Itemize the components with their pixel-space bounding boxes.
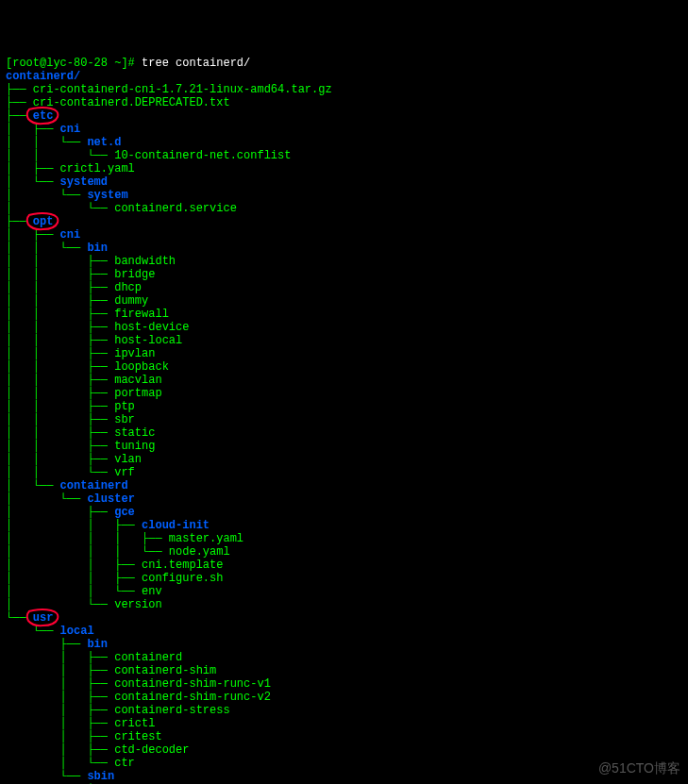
tree-file: ctr <box>114 757 135 770</box>
tree-file: host-local <box>114 334 182 347</box>
tree-dir: bin <box>87 242 108 255</box>
tree-branch: │ │ │ └── <box>6 545 169 559</box>
tree-file: containerd <box>114 651 182 664</box>
tree-branch: │ ├── <box>6 704 114 717</box>
tree-file: env <box>142 585 162 598</box>
tree-file: vlan <box>114 453 142 466</box>
tree-branch: │ │ ├── <box>6 294 114 308</box>
tree-branch: ├── <box>6 109 33 123</box>
tree-branch: │ │ └── <box>6 242 87 255</box>
tree-file: portmap <box>114 387 161 400</box>
tree-branch: │ │ └── <box>6 149 114 162</box>
tree-branch: │ └── <box>6 757 114 770</box>
tree-branch: │ ├── <box>6 743 114 757</box>
tree-branch: │ │ ├── <box>6 453 114 466</box>
tree-branch: │ │ └── <box>6 585 142 598</box>
tree-file: firewall <box>114 308 169 321</box>
tree-branch: │ │ ├── <box>6 334 114 347</box>
tree-file: bandwidth <box>114 255 176 268</box>
tree-file: configure.sh <box>142 572 223 585</box>
tree-file: node.yaml <box>169 545 230 559</box>
tree-dir: cni <box>60 228 81 242</box>
tree-file: macvlan <box>114 374 161 387</box>
tree-branch: └── <box>6 770 87 783</box>
tree-file: bridge <box>114 268 155 281</box>
tree-dir: local <box>60 625 94 638</box>
tree-branch: │ │ ├── <box>6 281 114 294</box>
tree-branch: ├── <box>6 83 33 96</box>
tree-branch: │ ├── <box>6 228 60 242</box>
tree-branch: │ │ ├── <box>6 559 142 572</box>
tree-file: master.yaml <box>169 532 243 545</box>
tree-branch: │ │ └── <box>6 136 87 149</box>
tree-branch: │ ├── <box>6 506 114 519</box>
command-text: tree containerd/ <box>142 57 250 70</box>
tree-file: containerd-shim-runc-v1 <box>114 677 271 691</box>
tree-file: 10-containerd-net.conflist <box>114 149 291 162</box>
tree-branch: │ │ ├── <box>6 268 114 281</box>
tree-dir: cloud-init <box>142 519 210 532</box>
tree-file: ctd-decoder <box>114 743 189 757</box>
terminal-output: [root@lyc-80-28 ~]# tree containerd/ con… <box>6 57 682 784</box>
tree-branch: │ └── <box>6 189 87 202</box>
tree-branch: │ ├── <box>6 162 60 175</box>
tree-dir: net.d <box>87 136 121 149</box>
tree-dir: containerd <box>60 479 128 492</box>
tree-branch: │ ├── <box>6 123 60 136</box>
tree-dir: cluster <box>87 492 134 506</box>
tree-dir: sbin <box>87 770 114 783</box>
tree-branch: │ └── <box>6 479 60 492</box>
tree-branch: │ ├── <box>6 664 114 677</box>
tree-branch: │ │ ├── <box>6 413 114 426</box>
tree-branch: │ │ ├── <box>6 347 114 360</box>
tree-branch: │ └── <box>6 175 60 189</box>
tree-file: version <box>114 598 161 611</box>
tree-body: ├── cri-containerd-cni-1.7.21-linux-amd6… <box>6 83 682 784</box>
tree-file: sbr <box>114 413 135 426</box>
tree-file: tuning <box>114 440 155 453</box>
tree-branch: │ ├── <box>6 691 114 704</box>
tree-branch: │ ├── <box>6 677 114 691</box>
tree-branch: │ └── <box>6 598 114 611</box>
tree-file: static <box>114 426 155 440</box>
tree-file: critest <box>114 730 161 743</box>
highlighted-dir: usr <box>33 611 54 625</box>
tree-branch: │ │ ├── <box>6 255 114 268</box>
tree-branch: │ │ ├── <box>6 572 142 585</box>
tree-file: ptp <box>114 400 135 413</box>
tree-branch: │ └── <box>6 202 114 215</box>
tree-file: host-device <box>114 321 189 334</box>
tree-file: containerd-shim <box>114 664 216 677</box>
tree-file: vrf <box>114 466 135 479</box>
tree-branch: │ ├── <box>6 651 114 664</box>
tree-branch: │ │ ├── <box>6 321 114 334</box>
tree-file: cni.template <box>142 559 223 572</box>
tree-branch: │ │ └── <box>6 466 114 479</box>
tree-file: loopback <box>114 360 169 374</box>
tree-branch: └── <box>6 625 60 638</box>
tree-branch: │ │ ├── <box>6 519 142 532</box>
tree-dir: system <box>87 189 127 202</box>
tree-branch: │ │ │ ├── <box>6 532 169 545</box>
tree-branch: │ │ ├── <box>6 360 114 374</box>
tree-branch: ├── <box>6 638 87 651</box>
tree-branch: │ └── <box>6 492 87 506</box>
tree-branch: │ ├── <box>6 717 114 730</box>
tree-dir: gce <box>114 506 135 519</box>
tree-file: dummy <box>114 294 148 308</box>
tree-file: containerd.service <box>114 202 237 215</box>
highlighted-dir: opt <box>33 215 54 228</box>
tree-file: cri-containerd-cni-1.7.21-linux-amd64.ta… <box>33 83 332 96</box>
shell-prompt: [root@lyc-80-28 ~]# <box>6 57 142 70</box>
tree-branch: │ │ ├── <box>6 440 114 453</box>
tree-branch: ├── <box>6 215 33 228</box>
tree-dir: cni <box>60 123 81 136</box>
tree-file: dhcp <box>114 281 142 294</box>
watermark: @51CTO博客 <box>598 761 680 775</box>
tree-file: containerd-shim-runc-v2 <box>114 691 271 704</box>
tree-branch: │ │ ├── <box>6 387 114 400</box>
tree-branch: │ │ ├── <box>6 400 114 413</box>
tree-root: containerd/ <box>6 70 80 83</box>
tree-file: crictl.yaml <box>60 162 135 175</box>
tree-file: ipvlan <box>114 347 155 360</box>
